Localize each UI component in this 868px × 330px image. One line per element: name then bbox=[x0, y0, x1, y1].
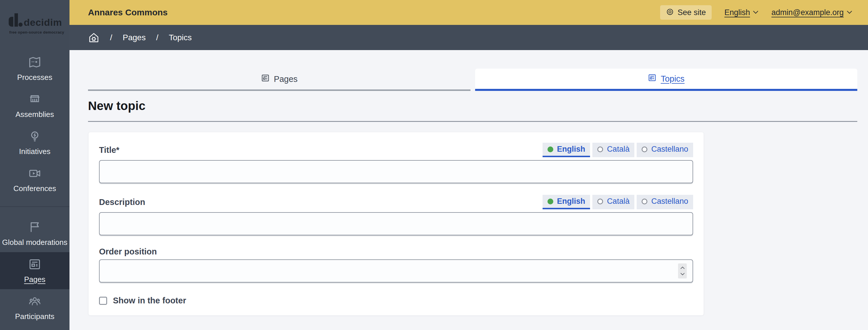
logo-tagline: free open-source democracy bbox=[9, 30, 69, 34]
description-input[interactable] bbox=[99, 212, 693, 235]
sidebar-item-label: Assemblies bbox=[16, 110, 54, 119]
sidebar-item-processes[interactable]: Processes bbox=[0, 50, 69, 87]
decidim-logo-icon bbox=[9, 13, 22, 30]
language-option-english[interactable]: English bbox=[542, 143, 590, 157]
language-option-castellano[interactable]: Castellano bbox=[637, 143, 693, 157]
live-site-icon bbox=[666, 8, 674, 17]
article-icon bbox=[28, 258, 41, 272]
sidebar-divider bbox=[0, 206, 69, 207]
show-in-footer-row: Show in the footer bbox=[99, 296, 693, 305]
breadcrumb: / Pages / Topics bbox=[69, 25, 868, 50]
radio-unselected-icon bbox=[597, 199, 603, 204]
top-header-bar: Annares Commons See site English bbox=[69, 0, 868, 25]
sidebar-group-admin: Global moderations Pages bbox=[0, 215, 69, 326]
radio-selected-icon bbox=[548, 146, 553, 152]
bank-icon bbox=[28, 93, 41, 107]
map-icon bbox=[28, 56, 41, 70]
team-icon bbox=[28, 295, 41, 309]
tab-pages[interactable]: Pages bbox=[88, 69, 470, 91]
tab-label: Pages bbox=[274, 74, 298, 84]
decidim-logo: decidim free open-source democracy bbox=[0, 0, 69, 50]
radio-unselected-icon bbox=[642, 199, 647, 204]
radio-unselected-icon bbox=[642, 146, 647, 152]
sidebar-group-spaces: Processes Assemblies bbox=[0, 50, 69, 198]
stepper-up-icon[interactable] bbox=[680, 267, 685, 269]
breadcrumb-pages-link[interactable]: Pages bbox=[123, 33, 146, 42]
sidebar-item-label: Global moderations bbox=[2, 238, 67, 247]
tab-bar: Pages Topics bbox=[88, 69, 857, 91]
chevron-down-icon bbox=[846, 10, 852, 15]
new-topic-form-card: Title* English Català bbox=[89, 132, 704, 315]
tab-label: Topics bbox=[661, 74, 684, 84]
language-dropdown-label: English bbox=[724, 8, 750, 17]
app-root: decidim free open-source democracy Proce… bbox=[0, 0, 868, 330]
user-email-label: admin@example.org bbox=[771, 8, 844, 17]
sidebar-item-label: Processes bbox=[17, 73, 52, 82]
language-option-catala[interactable]: Català bbox=[592, 195, 634, 209]
see-site-label: See site bbox=[678, 8, 706, 17]
sidebar-item-global-moderations[interactable]: Global moderations bbox=[0, 215, 69, 252]
description-language-selector: English Català Castellano bbox=[542, 195, 693, 209]
heading-divider bbox=[88, 121, 857, 122]
page-title: New topic bbox=[88, 99, 857, 113]
flag-icon bbox=[28, 221, 41, 235]
radio-unselected-icon bbox=[597, 146, 603, 152]
sidebar-item-label: Conferences bbox=[13, 184, 56, 193]
order-position-field-row: Order position bbox=[99, 247, 693, 283]
breadcrumb-topics-link[interactable]: Topics bbox=[169, 33, 192, 42]
order-position-label: Order position bbox=[99, 247, 157, 256]
language-label: Català bbox=[607, 197, 629, 206]
stepper-down-icon[interactable] bbox=[680, 273, 685, 275]
logo-name: decidim bbox=[24, 18, 62, 30]
article-icon bbox=[261, 73, 270, 85]
title-label: Title* bbox=[99, 145, 119, 155]
title-language-selector: English Català Castellano bbox=[542, 143, 693, 157]
tab-topics[interactable]: Topics bbox=[475, 69, 858, 91]
sidebar-item-label: Participants bbox=[15, 312, 55, 321]
language-option-english[interactable]: English bbox=[542, 195, 590, 209]
language-label: English bbox=[557, 197, 585, 206]
language-dropdown[interactable]: English bbox=[724, 8, 759, 17]
order-position-input[interactable] bbox=[99, 259, 693, 283]
main-column: Annares Commons See site English bbox=[69, 0, 868, 330]
show-in-footer-checkbox[interactable] bbox=[99, 297, 107, 305]
user-menu-dropdown[interactable]: admin@example.org bbox=[771, 8, 852, 17]
language-label: Castellano bbox=[651, 145, 688, 154]
sidebar-item-assemblies[interactable]: Assemblies bbox=[0, 87, 69, 124]
radio-selected-icon bbox=[548, 199, 553, 204]
language-option-castellano[interactable]: Castellano bbox=[637, 195, 693, 209]
title-field-row: Title* English Català bbox=[99, 143, 693, 183]
sidebar-item-label: Initiatives bbox=[19, 147, 51, 156]
show-in-footer-label: Show in the footer bbox=[113, 296, 186, 305]
sidebar-item-conferences[interactable]: Conferences bbox=[0, 161, 69, 198]
language-label: English bbox=[557, 145, 585, 154]
admin-home-link[interactable] bbox=[88, 32, 100, 43]
see-site-button[interactable]: See site bbox=[660, 5, 712, 20]
sidebar-item-label: Pages bbox=[24, 275, 45, 284]
breadcrumb-separator: / bbox=[156, 33, 158, 42]
sidebar-item-initiatives[interactable]: Initiatives bbox=[0, 124, 69, 161]
language-label: Castellano bbox=[651, 197, 688, 206]
article-icon bbox=[648, 73, 657, 84]
sidebar-item-pages[interactable]: Pages bbox=[0, 252, 69, 289]
description-label: Description bbox=[99, 197, 145, 207]
language-label: Català bbox=[607, 145, 629, 154]
breadcrumb-separator: / bbox=[110, 33, 112, 42]
description-field-row: Description English Català bbox=[99, 195, 693, 235]
content-area: Pages Topics New topic bbox=[69, 50, 868, 330]
sidebar: decidim free open-source democracy Proce… bbox=[0, 0, 69, 330]
lightbulb-flash-icon bbox=[28, 130, 41, 144]
number-stepper bbox=[678, 263, 687, 278]
title-input[interactable] bbox=[99, 160, 693, 183]
chevron-down-icon bbox=[753, 10, 758, 15]
language-option-catala[interactable]: Català bbox=[592, 143, 634, 157]
video-camera-icon bbox=[28, 167, 41, 181]
organization-title: Annares Commons bbox=[88, 7, 167, 18]
home-gear-icon bbox=[88, 32, 100, 43]
sidebar-item-participants[interactable]: Participants bbox=[0, 289, 69, 326]
